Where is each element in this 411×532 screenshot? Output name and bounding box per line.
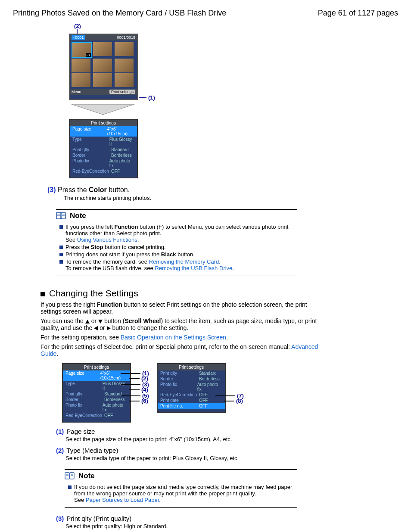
print-settings-panel: Print settings Page size4"x6"(10x15cm) T… [69, 119, 138, 178]
thumbnail: 01 [72, 42, 92, 58]
svg-marker-0 [72, 104, 134, 115]
print-settings-softkey: Print settings [109, 90, 135, 94]
link-paper-sources[interactable]: Paper Sources to Load Paper [86, 497, 159, 503]
left-icon [94, 326, 98, 330]
thumbnail [93, 42, 112, 56]
selection-badge: =0001 [72, 35, 85, 40]
section-title: Changing the Settings [49, 288, 138, 298]
bullet-icon [40, 292, 45, 296]
print-settings-panel-right: Print settings Print qltyStandard Border… [157, 363, 226, 413]
step-3-number: (3) [47, 186, 56, 193]
link-removing-memory-card[interactable]: Removing the Memory Card [149, 258, 219, 265]
step-3-sub: The machine starts printing photos. [64, 195, 398, 201]
thumbnail [115, 42, 134, 56]
menu-softkey: Menu [72, 90, 81, 94]
callout-2: (2) [74, 23, 398, 29]
note-box: Note If you do not select the page size … [65, 469, 297, 508]
thumbnail [115, 73, 134, 87]
note-icon [56, 212, 66, 220]
right-icon [107, 326, 111, 330]
thumbnail [93, 73, 112, 87]
photo-counter: 0001/0018 [117, 35, 135, 40]
down-icon [98, 320, 103, 324]
down-arrow-icon [71, 103, 135, 115]
callout-1: (1) [148, 94, 155, 101]
photo-screen: =0001 0001/0018 01 Menu Print settings [69, 34, 138, 100]
page-number: Page 61 of 1127 pages [318, 9, 398, 18]
link-removing-usb-drive[interactable]: Removing the USB Flash Drive [155, 265, 232, 271]
link-using-various-functions[interactable]: Using Various Functions [77, 236, 137, 243]
thumbnail [93, 59, 112, 72]
thumbnail [72, 59, 90, 72]
note-box: Note If you press the left Function butt… [56, 209, 297, 276]
thumbnail [115, 59, 134, 72]
up-icon [85, 320, 90, 324]
page-title: Printing Photos Saved on the Memory Card… [13, 9, 226, 18]
link-basic-operation[interactable]: Basic Operation on the Settings Screen [121, 334, 226, 341]
thumbnail [72, 73, 90, 87]
note-icon [65, 472, 75, 480]
